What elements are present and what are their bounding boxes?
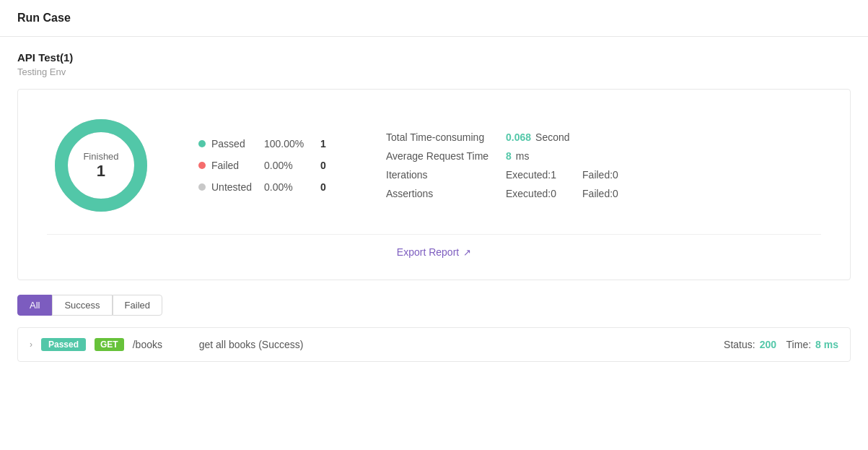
assertions-label: Assertions (386, 188, 501, 199)
total-time-label: Total Time-consuming (386, 131, 501, 143)
failed-dot (198, 162, 206, 169)
failed-label: Failed (211, 160, 258, 171)
passed-pct: 100.00% (264, 138, 315, 150)
total-time-row: Total Time-consuming 0.068 Second (386, 131, 618, 143)
filter-tab-all[interactable]: All (17, 295, 52, 316)
status-code: 200 (760, 339, 776, 350)
filter-tab-failed[interactable]: Failed (113, 295, 162, 316)
avg-request-row: Average Request Time 8 ms (386, 150, 618, 162)
page-title: Run Case (17, 12, 71, 24)
avg-request-label: Average Request Time (386, 150, 501, 162)
passed-label: Passed (211, 138, 258, 150)
suite-env: Testing Env (17, 66, 851, 77)
result-card: Finished 1 Passed 100.00% 1 Failed 0.00%… (17, 89, 851, 280)
status-label: Status: (724, 339, 755, 350)
time-value: 8 ms (815, 339, 838, 350)
legend-item-passed: Passed 100.00% 1 (198, 138, 328, 150)
assertions-executed: Executed:0 (506, 188, 556, 199)
iterations-executed: Executed:1 (506, 169, 556, 181)
test-description: get all books (Success) (199, 339, 715, 350)
stats-panel: Total Time-consuming 0.068 Second Averag… (386, 131, 618, 199)
filter-tab-success[interactable]: Success (52, 295, 112, 316)
content-area: API Test(1) Testing Env Finished 1 (0, 37, 868, 376)
passed-dot (198, 140, 206, 147)
export-row: Export Report ↗ (47, 234, 821, 258)
iterations-failed: Failed:0 (582, 169, 618, 181)
export-label: Export Report (397, 246, 459, 258)
untested-dot (198, 183, 206, 191)
donut-chart: Finished 1 (47, 111, 155, 220)
filter-tabs: All Success Failed (17, 295, 851, 316)
test-path: /books (133, 339, 190, 350)
assertions-row: Assertions Executed:0 Failed:0 (386, 188, 618, 199)
iterations-label: Iterations (386, 169, 501, 181)
untested-pct: 0.00% (264, 181, 315, 193)
export-icon: ↗ (463, 247, 471, 258)
donut-center: Finished 1 (83, 151, 118, 181)
page-header: Run Case (0, 0, 868, 37)
export-report-link[interactable]: Export Report ↗ (397, 246, 471, 258)
suite-title: API Test(1) (17, 51, 851, 64)
legend: Passed 100.00% 1 Failed 0.00% 0 Untested… (198, 138, 328, 193)
time-label: Time: (781, 339, 811, 350)
chevron-right-icon[interactable]: › (30, 339, 32, 350)
passed-count: 1 (320, 138, 326, 150)
untested-count: 0 (320, 181, 326, 193)
status-badge: Passed (41, 338, 86, 351)
failed-pct: 0.00% (264, 160, 315, 171)
legend-item-failed: Failed 0.00% 0 (198, 160, 328, 171)
donut-number: 1 (83, 162, 118, 181)
test-list: › Passed GET /books get all books (Succe… (17, 327, 851, 362)
total-time-value: 0.068 (506, 131, 531, 143)
failed-count: 0 (320, 160, 326, 171)
test-meta: Status: 200 Time: 8 ms (724, 339, 838, 350)
assertions-failed: Failed:0 (582, 188, 618, 199)
result-inner: Finished 1 Passed 100.00% 1 Failed 0.00%… (47, 111, 821, 220)
iterations-row: Iterations Executed:1 Failed:0 (386, 169, 618, 181)
total-time-unit: Second (535, 131, 569, 143)
method-badge: GET (95, 338, 124, 351)
table-row: › Passed GET /books get all books (Succe… (18, 328, 850, 361)
donut-label: Finished (83, 151, 118, 162)
untested-label: Untested (211, 181, 258, 193)
avg-request-unit: ms (516, 150, 530, 162)
avg-request-value: 8 (506, 150, 512, 162)
legend-item-untested: Untested 0.00% 0 (198, 181, 328, 193)
